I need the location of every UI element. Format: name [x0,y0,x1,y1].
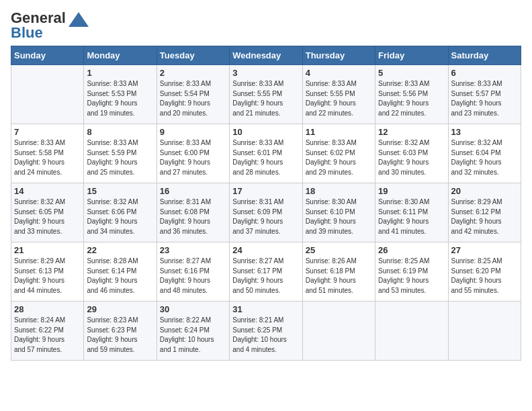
day-info: Sunrise: 8:27 AM Sunset: 6:16 PM Dayligh… [160,257,226,295]
day-number: 19 [378,186,445,196]
day-number: 24 [232,245,299,255]
day-number: 27 [451,245,518,255]
day-info: Sunrise: 8:29 AM Sunset: 6:13 PM Dayligh… [14,257,81,295]
calendar-cell [375,302,448,361]
calendar-cell: 19Sunrise: 8:30 AM Sunset: 6:11 PM Dayli… [375,183,448,242]
day-number: 29 [87,304,153,314]
calendar-cell: 17Sunrise: 8:31 AM Sunset: 6:09 PM Dayli… [230,183,302,242]
day-number: 22 [87,245,153,255]
calendar-week-row: 1Sunrise: 8:33 AM Sunset: 5:53 PM Daylig… [11,65,521,124]
day-number: 10 [232,127,299,137]
day-number: 14 [14,186,81,196]
day-info: Sunrise: 8:31 AM Sunset: 6:08 PM Dayligh… [160,197,226,236]
calendar-cell: 23Sunrise: 8:27 AM Sunset: 6:16 PM Dayli… [157,242,229,302]
calendar-body: 1Sunrise: 8:33 AM Sunset: 5:53 PM Daylig… [11,65,521,361]
day-info: Sunrise: 8:25 AM Sunset: 6:19 PM Dayligh… [378,257,445,295]
day-number: 6 [451,68,518,78]
svg-marker-0 [69,12,89,27]
day-info: Sunrise: 8:30 AM Sunset: 6:10 PM Dayligh… [306,197,372,236]
header-monday: Monday [84,46,157,65]
day-info: Sunrise: 8:21 AM Sunset: 6:25 PM Dayligh… [232,316,299,355]
calendar-week-row: 14Sunrise: 8:32 AM Sunset: 6:05 PM Dayli… [11,183,521,242]
calendar-header: Sunday Monday Tuesday Wednesday Thursday… [11,46,521,65]
day-number: 16 [160,186,226,196]
calendar-table: Sunday Monday Tuesday Wednesday Thursday… [11,46,521,361]
day-number: 26 [378,245,445,255]
day-info: Sunrise: 8:33 AM Sunset: 5:53 PM Dayligh… [87,79,153,118]
day-info: Sunrise: 8:33 AM Sunset: 5:55 PM Dayligh… [306,79,372,118]
calendar-week-row: 7Sunrise: 8:33 AM Sunset: 5:58 PM Daylig… [11,124,521,183]
day-info: Sunrise: 8:32 AM Sunset: 6:05 PM Dayligh… [14,197,81,236]
day-number: 7 [14,127,81,137]
calendar-cell: 14Sunrise: 8:32 AM Sunset: 6:05 PM Dayli… [11,183,84,242]
page-header: General Blue [11,11,521,40]
day-number: 12 [378,127,445,137]
day-number: 23 [160,245,226,255]
calendar-week-row: 21Sunrise: 8:29 AM Sunset: 6:13 PM Dayli… [11,242,521,302]
day-info: Sunrise: 8:33 AM Sunset: 5:58 PM Dayligh… [14,138,81,177]
calendar-cell: 21Sunrise: 8:29 AM Sunset: 6:13 PM Dayli… [11,242,84,302]
calendar-cell [302,302,375,361]
day-number: 3 [232,68,299,78]
day-info: Sunrise: 8:33 AM Sunset: 5:55 PM Dayligh… [232,79,299,118]
calendar-cell: 5Sunrise: 8:33 AM Sunset: 5:56 PM Daylig… [375,65,448,124]
day-number: 8 [87,127,153,137]
calendar-cell: 20Sunrise: 8:29 AM Sunset: 6:12 PM Dayli… [448,183,521,242]
header-saturday: Saturday [448,46,521,65]
calendar-cell [448,302,521,361]
calendar-cell: 3Sunrise: 8:33 AM Sunset: 5:55 PM Daylig… [230,65,302,124]
day-number: 15 [87,186,153,196]
day-number: 9 [160,127,226,137]
calendar-cell: 18Sunrise: 8:30 AM Sunset: 6:10 PM Dayli… [302,183,375,242]
day-number: 2 [160,68,226,78]
header-thursday: Thursday [302,46,375,65]
day-info: Sunrise: 8:33 AM Sunset: 6:02 PM Dayligh… [306,138,372,177]
day-info: Sunrise: 8:33 AM Sunset: 6:00 PM Dayligh… [160,138,226,177]
day-number: 4 [306,68,372,78]
day-info: Sunrise: 8:28 AM Sunset: 6:14 PM Dayligh… [87,257,153,295]
calendar-cell: 4Sunrise: 8:33 AM Sunset: 5:55 PM Daylig… [302,65,375,124]
day-number: 28 [14,304,81,314]
calendar-cell: 26Sunrise: 8:25 AM Sunset: 6:19 PM Dayli… [375,242,448,302]
day-info: Sunrise: 8:26 AM Sunset: 6:18 PM Dayligh… [306,257,372,295]
day-info: Sunrise: 8:33 AM Sunset: 5:59 PM Dayligh… [87,138,153,177]
calendar-cell: 6Sunrise: 8:33 AM Sunset: 5:57 PM Daylig… [448,65,521,124]
logo-icon [69,12,89,27]
day-number: 30 [160,304,226,314]
day-info: Sunrise: 8:27 AM Sunset: 6:17 PM Dayligh… [232,257,299,295]
day-info: Sunrise: 8:33 AM Sunset: 5:56 PM Dayligh… [378,79,445,118]
day-info: Sunrise: 8:29 AM Sunset: 6:12 PM Dayligh… [451,197,518,236]
day-info: Sunrise: 8:33 AM Sunset: 5:57 PM Dayligh… [451,79,518,118]
calendar-cell: 10Sunrise: 8:33 AM Sunset: 6:01 PM Dayli… [230,124,302,183]
header-friday: Friday [375,46,448,65]
day-number: 31 [232,304,299,314]
day-number: 20 [451,186,518,196]
day-number: 1 [87,68,153,78]
day-number: 25 [306,245,372,255]
calendar-cell: 16Sunrise: 8:31 AM Sunset: 6:08 PM Dayli… [157,183,229,242]
day-info: Sunrise: 8:33 AM Sunset: 6:01 PM Dayligh… [232,138,299,177]
calendar-cell: 8Sunrise: 8:33 AM Sunset: 5:59 PM Daylig… [84,124,157,183]
calendar-cell: 9Sunrise: 8:33 AM Sunset: 6:00 PM Daylig… [157,124,229,183]
day-info: Sunrise: 8:22 AM Sunset: 6:24 PM Dayligh… [160,316,226,355]
calendar-cell: 11Sunrise: 8:33 AM Sunset: 6:02 PM Dayli… [302,124,375,183]
day-info: Sunrise: 8:25 AM Sunset: 6:20 PM Dayligh… [451,257,518,295]
logo-blue: Blue [11,24,43,41]
logo: General Blue [11,11,89,40]
calendar-cell: 2Sunrise: 8:33 AM Sunset: 5:54 PM Daylig… [157,65,229,124]
day-number: 21 [14,245,81,255]
day-number: 11 [306,127,372,137]
calendar-cell: 13Sunrise: 8:32 AM Sunset: 6:04 PM Dayli… [448,124,521,183]
calendar-cell: 12Sunrise: 8:32 AM Sunset: 6:03 PM Dayli… [375,124,448,183]
header-sunday: Sunday [11,46,84,65]
day-info: Sunrise: 8:32 AM Sunset: 6:04 PM Dayligh… [451,138,518,177]
day-info: Sunrise: 8:32 AM Sunset: 6:03 PM Dayligh… [378,138,445,177]
day-info: Sunrise: 8:33 AM Sunset: 5:54 PM Dayligh… [160,79,226,118]
calendar-cell: 7Sunrise: 8:33 AM Sunset: 5:58 PM Daylig… [11,124,84,183]
calendar-cell: 22Sunrise: 8:28 AM Sunset: 6:14 PM Dayli… [84,242,157,302]
logo-text: General Blue [11,11,66,40]
day-number: 17 [232,186,299,196]
day-info: Sunrise: 8:31 AM Sunset: 6:09 PM Dayligh… [232,197,299,236]
calendar-week-row: 28Sunrise: 8:24 AM Sunset: 6:22 PM Dayli… [11,302,521,361]
day-number: 5 [378,68,445,78]
